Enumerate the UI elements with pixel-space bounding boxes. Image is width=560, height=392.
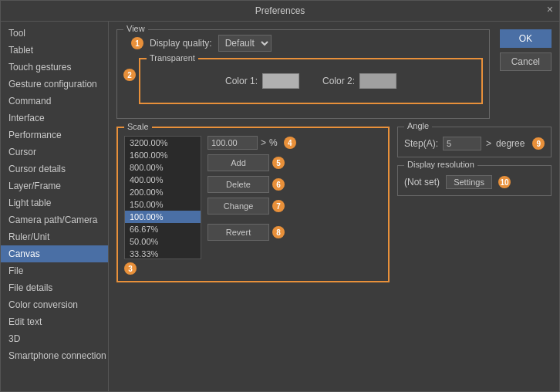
scale-group-title: Scale (124, 122, 152, 131)
scale-list-item[interactable]: 66.67% (125, 223, 201, 235)
sidebar-item-command[interactable]: Command (1, 93, 108, 110)
scale-controls: > % 4 Add 5 Delete 6 (207, 136, 382, 275)
scale-list-item[interactable]: 50.00% (125, 235, 201, 248)
add-row: Add 5 (207, 154, 382, 171)
scale-list-item[interactable]: 100.00% (125, 211, 201, 223)
angle-unit: degree (496, 138, 525, 149)
color1-label: Color 1: (225, 76, 258, 86)
scale-list-item[interactable]: 200.00% (125, 186, 201, 198)
sidebar-item-canvas[interactable]: Canvas (1, 245, 108, 262)
scale-list-item[interactable]: 400.00% (125, 174, 201, 186)
badge-4: 4 (284, 137, 296, 149)
delete-button[interactable]: Delete (207, 176, 269, 193)
revert-button[interactable]: Revert (207, 224, 269, 241)
badge-6: 6 (272, 178, 285, 191)
action-buttons: OK Cancel (500, 29, 552, 71)
dispres-title: Display resolution (404, 160, 477, 169)
sidebar-item-cursor-details[interactable]: Cursor details (1, 161, 108, 177)
color1-group: Color 1: (225, 73, 299, 89)
display-quality-row: 1 Display quality: Default Best Fast (123, 35, 483, 52)
badge-3: 3 (124, 262, 137, 275)
ok-button[interactable]: OK (500, 29, 552, 48)
color1-swatch[interactable] (262, 73, 299, 89)
title-bar: Preferences × (1, 1, 559, 22)
scale-list-item[interactable]: 3200.00% (125, 137, 201, 149)
main-panel: OK Cancel View 1 Display quality: Defaul… (109, 22, 559, 391)
change-row: Change 7 (207, 198, 382, 215)
dialog-content: ToolTabletTouch gesturesGesture configur… (1, 22, 559, 391)
angle-group: Angle Step(A): > degree 9 (397, 127, 552, 157)
sidebar-item-performance[interactable]: Performance (1, 127, 108, 144)
add-button[interactable]: Add (207, 154, 269, 171)
settings-button[interactable]: Settings (446, 175, 492, 189)
sidebar-item-camera-path[interactable]: Camera path/Camera (1, 211, 108, 228)
sidebar-item-tablet[interactable]: Tablet (1, 42, 108, 59)
angle-step-input[interactable] (443, 137, 481, 150)
dispres-row: (Not set) Settings 10 (404, 175, 545, 189)
badge-5: 5 (272, 157, 285, 169)
scale-list-container: 3200.00%1600.00%800.00%400.00%200.00%150… (124, 136, 201, 275)
dispres-value: (Not set) (404, 177, 440, 188)
scale-list-item[interactable]: 150.00% (125, 198, 201, 211)
badge-10: 10 (498, 176, 511, 188)
dialog-title: Preferences (255, 5, 305, 16)
sidebar-item-edit-text[interactable]: Edit text (1, 313, 108, 330)
color2-swatch[interactable] (359, 73, 396, 89)
sidebar-item-gesture-configuration[interactable]: Gesture configuration (1, 76, 108, 93)
sidebar-item-file[interactable]: File (1, 262, 108, 279)
sidebar-item-layer-frame[interactable]: Layer/Frame (1, 177, 108, 194)
display-resolution-group: Display resolution (Not set) Settings 10 (397, 165, 552, 196)
scale-input-row: > % 4 (207, 136, 382, 150)
preferences-dialog: Preferences × ToolTabletTouch gesturesGe… (0, 0, 560, 392)
scale-list-item[interactable]: 800.00% (125, 161, 201, 174)
transparent-wrapper: 2 Transparent Color 1: Color 2: (123, 58, 483, 104)
scale-group: Scale 3200.00%1600.00%800.00%400.00%200.… (116, 127, 390, 282)
view-section-title: View (123, 24, 148, 33)
sidebar-item-interface[interactable]: Interface (1, 110, 108, 127)
angle-group-title: Angle (404, 121, 432, 130)
badge-8: 8 (272, 226, 285, 238)
color2-label: Color 2: (322, 76, 355, 86)
revert-row: Revert 8 (207, 224, 382, 241)
view-section: View 1 Display quality: Default Best Fas… (116, 29, 490, 119)
transparent-label: Transparent (147, 53, 198, 63)
sidebar-item-file-details[interactable]: File details (1, 279, 108, 296)
badge-2: 2 (123, 69, 136, 81)
delete-row: Delete 6 (207, 176, 382, 193)
two-column-layout: Scale 3200.00%1600.00%800.00%400.00%200.… (116, 127, 552, 282)
close-button[interactable]: × (547, 4, 553, 15)
badge-7: 7 (272, 200, 285, 212)
display-quality-label: Display quality: (150, 38, 212, 49)
scale-list[interactable]: 3200.00%1600.00%800.00%400.00%200.00%150… (124, 136, 201, 259)
sidebar-item-3d[interactable]: 3D (1, 330, 108, 347)
scale-inner: 3200.00%1600.00%800.00%400.00%200.00%150… (124, 136, 382, 275)
sidebar: ToolTabletTouch gesturesGesture configur… (1, 22, 109, 391)
color-row: Color 1: Color 2: (150, 67, 472, 95)
transparent-group: Transparent Color 1: Color 2: (139, 58, 483, 104)
scale-column: Scale 3200.00%1600.00%800.00%400.00%200.… (116, 127, 390, 282)
color2-group: Color 2: (322, 73, 396, 89)
sidebar-item-tool[interactable]: Tool (1, 25, 108, 42)
angle-row: Step(A): > degree 9 (404, 137, 545, 150)
badge-9: 9 (532, 137, 545, 150)
scale-pct: % (269, 137, 278, 148)
sidebar-item-cursor[interactable]: Cursor (1, 144, 108, 161)
scale-list-item[interactable]: 1600.00% (125, 149, 201, 161)
scale-list-item[interactable]: 33.33% (125, 248, 201, 259)
angle-step-label: Step(A): (404, 138, 438, 149)
sidebar-item-smartphone[interactable]: Smartphone connection (1, 347, 108, 364)
sidebar-item-touch-gestures[interactable]: Touch gestures (1, 59, 108, 76)
cancel-button[interactable]: Cancel (500, 52, 552, 71)
scale-gt: > (261, 137, 266, 148)
display-quality-select[interactable]: Default Best Fast (218, 35, 272, 52)
right-column: Angle Step(A): > degree 9 Display resolu… (397, 127, 552, 282)
sidebar-item-light-table[interactable]: Light table (1, 194, 108, 211)
sidebar-item-ruler-unit[interactable]: Ruler/Unit (1, 228, 108, 245)
scale-input[interactable] (207, 136, 258, 150)
badge-1: 1 (131, 37, 143, 49)
angle-gt: > (486, 138, 491, 149)
change-button[interactable]: Change (207, 198, 269, 215)
sidebar-item-color-conversion[interactable]: Color conversion (1, 296, 108, 313)
